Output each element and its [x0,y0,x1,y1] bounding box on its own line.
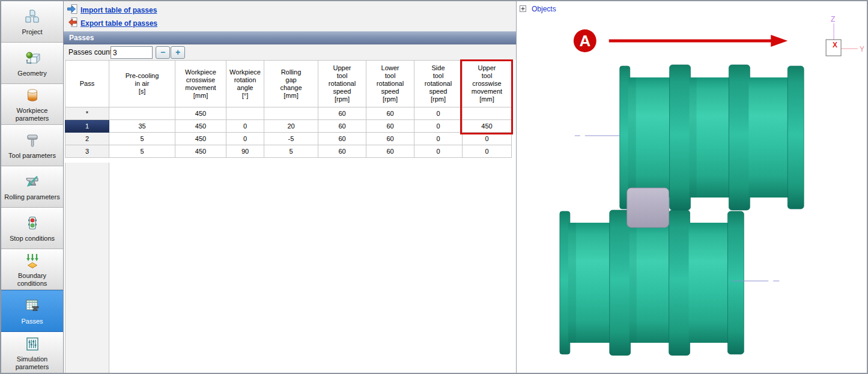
viewport-3d[interactable]: Objects [516,1,867,373]
grid-cell[interactable]: 0 [226,133,264,145]
grid-cell[interactable]: 90 [226,145,264,158]
grid-cell[interactable]: 60 [366,133,414,145]
simulation-parameters-icon [25,334,40,354]
grid-cell[interactable] [264,107,318,120]
passes-table: Pass Pre-cooling in air [s] Workpiece cr… [65,60,512,158]
sidebar-item-label: Rolling parameters [4,193,59,201]
table-row: 2 5 450 0 -5 60 60 0 0 [65,133,512,145]
objects-tree-node: Objects [520,4,556,14]
expand-icon[interactable] [520,4,526,14]
project-icon [25,7,40,26]
grid-cell[interactable]: 20 [264,120,318,133]
grid-cell[interactable]: 60 [366,145,414,158]
row-header[interactable]: 3 [65,145,109,158]
column-header-upper-crosswise: Upper tool crosswise movement [mm] [463,61,512,107]
grid-cell[interactable]: 60 [366,120,414,133]
column-header-precooling: Pre-cooling in air [s] [109,61,175,107]
column-header-workpiece-rotation: Workpiece rotation angle [°] [226,61,264,107]
grid-cell[interactable]: 0 [463,133,512,145]
grid-cell[interactable]: 60 [318,145,366,158]
workpiece-icon [25,86,40,105]
column-header-pass: Pass [65,61,109,107]
workpiece-cube [627,188,669,228]
grid-cell[interactable]: 450 [175,133,226,145]
lower-roll [560,210,744,355]
axis-z-label: Z [831,15,835,23]
header-row: Pass Pre-cooling in air [s] Workpiece cr… [65,61,512,107]
grid-cell[interactable]: 0 [414,145,463,158]
grid-cell[interactable]: 0 [414,120,463,133]
row-header[interactable]: * [65,107,109,120]
grid-cell[interactable]: 0 [226,120,264,133]
axis-x-label: X [833,41,837,49]
grid-cell[interactable]: 450 [175,107,226,120]
column-header-side-speed: Side tool rotational speed [rpm] [414,61,463,107]
sidebar-item-label: Tool parameters [8,152,56,160]
grid-cell[interactable]: 60 [318,133,366,145]
passes-panel: Import table of passes Export table of p… [64,1,516,373]
passes-count-label: Passes count [68,48,112,56]
scene-3d[interactable]: A Z Y X [517,1,867,373]
sidebar-item-label: Boundary conditions [2,272,62,288]
import-icon [67,4,77,17]
sidebar-item-workpiece-parameters[interactable]: Workpiece parameters [1,84,63,125]
sidebar-item-label: Project [22,28,42,36]
table-row-selected: 1 35 450 0 20 60 60 0 450 [65,120,512,133]
grid-cell[interactable] [226,107,264,120]
grid-cell[interactable]: 60 [318,107,366,120]
grid-cell[interactable]: 0 [463,145,512,158]
objects-tree-label[interactable]: Objects [532,5,556,13]
stop-conditions-icon [25,214,40,233]
sidebar-item-label: Passes [21,318,43,325]
axis-y-label: Y [860,45,864,53]
sidebar-item-rolling-parameters[interactable]: Rolling parameters [1,166,63,208]
grid-cell[interactable]: 60 [366,107,414,120]
sidebar-item-label: Workpiece parameters [2,107,62,122]
grid-cell[interactable]: 450 [175,145,226,158]
passes-icon [25,297,40,316]
grid-cell[interactable]: 60 [318,120,366,133]
grid-cell[interactable]: 0 [414,133,463,145]
sidebar: Project Geometry [1,1,64,373]
axis-triad: Z Y X [826,15,864,56]
section-title: Passes [69,34,94,42]
import-table-link[interactable]: Import table of passes [80,6,157,14]
decrement-passes-button[interactable]: − [156,46,170,59]
grid-cell[interactable] [463,107,512,120]
sidebar-item-boundary-conditions[interactable]: Boundary conditions [1,249,63,291]
grid-cell[interactable]: 450 [175,120,226,133]
row-header-selected[interactable]: 1 [65,120,109,133]
row-header[interactable]: 2 [65,133,109,145]
passes-count-input[interactable] [111,46,153,59]
sidebar-item-label: Geometry [17,70,46,77]
sidebar-item-label: Stop conditions [10,235,55,243]
grid-cell[interactable]: 5 [109,133,175,145]
grid-cell[interactable]: 35 [109,120,175,133]
increment-passes-button[interactable]: + [171,46,185,59]
sidebar-item-geometry[interactable]: Geometry [1,43,63,84]
annotation-a: A [574,29,788,52]
app-window: Project Geometry [0,0,868,374]
table-row: * 450 60 60 0 [65,107,512,120]
sidebar-item-simulation-parameters[interactable]: Simulation parameters [1,332,63,373]
grid-cell[interactable]: 5 [264,145,318,158]
grid-cell[interactable]: -5 [264,133,318,145]
grid-cell[interactable]: 5 [109,145,175,158]
export-table-link[interactable]: Export table of passes [80,19,157,28]
column-header-lower-speed: Lower tool rotational speed [rpm] [366,61,414,107]
sidebar-item-stop-conditions[interactable]: Stop conditions [1,208,63,249]
annotation-a-label: A [579,32,590,50]
sidebar-item-project[interactable]: Project [1,1,63,43]
tool-icon [25,131,40,150]
grid-cell[interactable]: 0 [414,107,463,120]
column-header-workpiece-crosswise: Workpiece crosswise movement [mm] [175,61,226,107]
table-row: 3 5 450 90 5 60 60 0 0 [65,145,512,158]
passes-section-header: Passes [64,31,516,44]
column-header-upper-speed: Upper tool rotational speed [rpm] [318,61,366,107]
passes-count-row: Passes count − + [64,44,516,60]
grid-cell[interactable] [109,107,175,120]
boundary-conditions-icon [25,251,40,270]
sidebar-item-tool-parameters[interactable]: Tool parameters [1,125,63,166]
grid-cell[interactable]: 450 [463,120,512,133]
sidebar-item-passes[interactable]: Passes [1,290,63,332]
